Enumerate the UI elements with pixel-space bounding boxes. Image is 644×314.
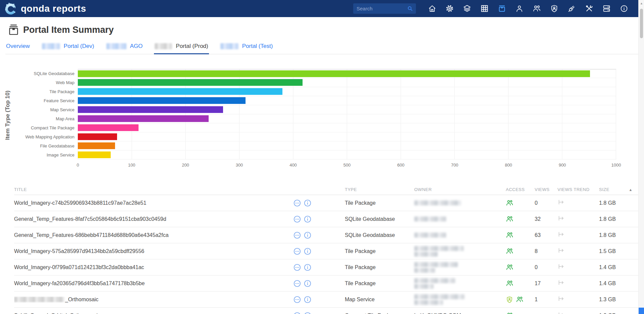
brand-title: qonda reports xyxy=(21,3,86,14)
item-title[interactable]: General_Temp_Features-8faf7c5c05864b6c91… xyxy=(14,216,288,222)
column-header-type[interactable]: TYPE xyxy=(345,187,414,192)
item-title[interactable]: World_Imagery-575a285997d94134bb2a59cbdf… xyxy=(14,248,288,254)
portal-item-summary-title-icon xyxy=(8,24,19,36)
row-menu-ellipsis-icon[interactable] xyxy=(293,263,301,271)
table-grid-icon[interactable] xyxy=(480,4,489,13)
scrollbar-thumb[interactable] xyxy=(640,9,643,38)
scrollbar-up-arrow-icon[interactable]: ▲ xyxy=(639,2,644,5)
info-icon[interactable] xyxy=(620,4,628,13)
item-title[interactable]: Sabill_Ground_Orbital_Orthomosaic xyxy=(14,313,288,314)
x-tick-label: 300 xyxy=(236,163,243,168)
item-access xyxy=(506,312,535,314)
sort-indicator[interactable]: ▲ xyxy=(623,188,633,192)
row-menu-ellipsis-icon[interactable] xyxy=(293,247,301,255)
bar-file-geodatabase xyxy=(78,142,115,149)
column-header-views[interactable]: VIEWS xyxy=(535,187,557,192)
security-shield-icon[interactable] xyxy=(550,4,558,13)
column-header-access[interactable]: ACCESS xyxy=(506,187,535,192)
connections-plug-icon[interactable] xyxy=(568,4,576,13)
table-body: World_Imagery-c74b2599069343b8811c97ae7a… xyxy=(14,195,638,314)
column-header-owner[interactable]: OWNER xyxy=(414,187,506,192)
chart-row-web-map: Web Map xyxy=(0,78,644,87)
chart-row-map-service: Map Service xyxy=(0,105,644,114)
settings-gear-icon[interactable] xyxy=(445,4,454,13)
item-title[interactable]: _Orthomosaic xyxy=(14,297,288,303)
row-menu-ellipsis-icon[interactable] xyxy=(293,199,301,207)
x-tick-label: 600 xyxy=(397,163,405,168)
category-label: Web Mapping Application xyxy=(0,134,78,139)
row-actions xyxy=(288,215,345,223)
item-type: Tile Package xyxy=(345,280,414,287)
item-size: 1.2 GB xyxy=(599,313,623,314)
column-header-size[interactable]: SIZE xyxy=(599,187,623,192)
row-info-icon[interactable] xyxy=(304,199,312,207)
home-icon[interactable] xyxy=(428,4,436,13)
layers-icon[interactable] xyxy=(463,4,471,13)
redacted-owner xyxy=(414,252,438,257)
groups-icon[interactable] xyxy=(533,4,541,13)
tabs: OverviewPortal (Dev)AGOPortal (Prod)Port… xyxy=(5,41,638,54)
column-header-views-trend[interactable]: VIEWS TREND xyxy=(557,187,599,192)
scrollbar-bottom-button[interactable] xyxy=(639,308,644,314)
tab-overview[interactable]: Overview xyxy=(5,41,31,54)
item-access xyxy=(506,263,535,271)
row-info-icon[interactable] xyxy=(304,296,312,304)
page-scrollbar[interactable]: ▲ xyxy=(638,0,644,314)
column-header-title[interactable]: TITLE xyxy=(14,187,288,192)
tools-icon[interactable] xyxy=(585,4,593,13)
row-actions xyxy=(288,312,345,314)
row-info-icon[interactable] xyxy=(304,312,312,314)
access-groups-icon xyxy=(506,247,514,255)
tab-portal-test[interactable]: Portal (Test) xyxy=(220,41,274,54)
item-type: Tile Package xyxy=(345,264,414,270)
item-owner xyxy=(414,232,506,238)
search-box[interactable] xyxy=(353,3,416,14)
tab-label: Portal (Dev) xyxy=(64,43,94,50)
row-info-icon[interactable] xyxy=(304,215,312,223)
table-row: Sabill_Ground_Orbital_OrthomosaicCompact… xyxy=(14,308,638,314)
table-row: World_Imagery-c74b2599069343b8811c97ae7a… xyxy=(14,195,638,211)
page-head: Portal Item Summary xyxy=(8,24,644,36)
item-access xyxy=(506,247,535,255)
user-icon[interactable] xyxy=(515,4,524,13)
item-owner xyxy=(414,200,506,206)
item-owner xyxy=(414,277,506,290)
item-title[interactable]: World_Imagery-0f799a071d124213bf3c2da0bb… xyxy=(14,264,288,270)
item-type: Compact Tile Package xyxy=(345,313,414,314)
views-trend-flat-icon xyxy=(557,215,599,224)
row-menu-ellipsis-icon[interactable] xyxy=(293,215,301,223)
row-info-icon[interactable] xyxy=(304,279,312,288)
servers-icon[interactable] xyxy=(602,4,611,13)
tab-portal-prod[interactable]: Portal (Prod) xyxy=(154,41,209,54)
tab-portal-dev[interactable]: Portal (Dev) xyxy=(41,41,95,54)
x-tick-label: 200 xyxy=(182,163,189,168)
views-trend-flat-icon xyxy=(557,295,599,304)
row-info-icon[interactable] xyxy=(304,247,312,255)
item-access xyxy=(506,231,535,239)
search-input[interactable] xyxy=(357,6,407,11)
search-icon[interactable] xyxy=(407,5,413,12)
row-menu-ellipsis-icon[interactable] xyxy=(293,279,301,288)
item-access xyxy=(506,199,535,207)
bar-feature-service xyxy=(78,97,246,104)
chart-x-axis: 01002003004005006007008009001000 xyxy=(78,160,616,168)
item-title[interactable]: General_Temp_Features-686bebb471184d688b… xyxy=(14,232,288,238)
tab-label: Portal (Prod) xyxy=(176,43,208,50)
item-title[interactable]: World_Imagery-fa20365d796d4f3bb5a1747178… xyxy=(14,280,288,287)
row-menu-ellipsis-icon[interactable] xyxy=(293,312,301,314)
category-label: Map Service xyxy=(0,107,78,112)
row-menu-ellipsis-icon[interactable] xyxy=(293,296,301,304)
access-groups-icon xyxy=(506,279,514,287)
item-views: 1 xyxy=(535,297,557,303)
redacted-org-name xyxy=(155,43,172,49)
views-trend-flat-icon xyxy=(557,311,599,314)
row-info-icon[interactable] xyxy=(304,231,312,239)
row-info-icon[interactable] xyxy=(304,263,312,271)
app-logo-icon xyxy=(4,2,17,15)
redacted-owner xyxy=(414,294,465,299)
tab-ago[interactable]: AGO xyxy=(106,41,144,54)
item-title[interactable]: World_Imagery-c74b2599069343b8811c97ae7a… xyxy=(14,200,288,206)
item-type: Tile Package xyxy=(345,200,414,206)
row-menu-ellipsis-icon[interactable] xyxy=(293,231,301,239)
portal-item-summary-icon[interactable] xyxy=(498,4,506,13)
